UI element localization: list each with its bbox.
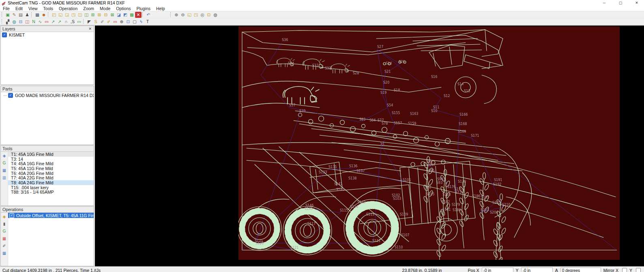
reload-drawing-icon[interactable]: ◱ xyxy=(57,12,64,18)
start-point-icon[interactable]: ▭ xyxy=(43,19,50,25)
layer-checkbox[interactable]: ✓ xyxy=(2,32,7,37)
edit-part-icon[interactable]: ▭ xyxy=(112,19,118,25)
select-mode-icon[interactable]: ◤ xyxy=(86,19,92,25)
tool-gcode-icon[interactable]: G xyxy=(1,160,7,166)
tools-panel-title: Tools xyxy=(2,146,13,151)
angle-input[interactable] xyxy=(560,268,601,272)
edit-points-icon[interactable]: ✐ xyxy=(105,19,112,25)
save-drawing-icon[interactable]: ◲ xyxy=(64,12,70,18)
insert-operation-icon[interactable]: ▮ xyxy=(1,221,7,227)
tool-table-edit-icon[interactable]: ▥ xyxy=(1,175,7,181)
contour-label: S192 xyxy=(493,183,501,186)
show-screen-icon[interactable]: ⊟ xyxy=(17,19,24,25)
toolbar-grip xyxy=(83,19,85,24)
zoom-material-icon[interactable]: ⊡ xyxy=(206,12,212,18)
tool-item[interactable]: T3: 14 xyxy=(8,157,94,162)
new-job-icon[interactable]: ▣ xyxy=(4,12,11,18)
zoom-window-icon[interactable]: ◎ xyxy=(199,12,206,18)
delete-operation-icon[interactable]: ▦ xyxy=(1,236,7,242)
set-origin-icon[interactable]: ⊕ xyxy=(118,19,125,25)
refresh-parts-icon[interactable]: ▩ xyxy=(129,12,135,18)
menu-zoom[interactable]: Zoom xyxy=(80,6,97,11)
zoom-part-icon[interactable]: ◱ xyxy=(186,12,193,18)
menu-view[interactable]: View xyxy=(26,6,41,11)
tool-item[interactable]: T15: .004 laser kery xyxy=(8,185,94,190)
mirror-y-checkbox[interactable] xyxy=(636,268,641,272)
select-start-icon[interactable]: S xyxy=(92,19,99,25)
menu-file[interactable]: File xyxy=(0,6,13,11)
add-text-icon[interactable]: T xyxy=(144,19,151,25)
layers-close-icon[interactable]: ✕ xyxy=(88,27,92,31)
edit-contour-icon[interactable]: ✐ xyxy=(99,19,105,25)
menu-tools[interactable]: Tools xyxy=(41,6,56,11)
lead-in-icon[interactable]: ,S xyxy=(69,19,76,25)
copy-outline-icon[interactable]: ◫ xyxy=(24,19,30,25)
close-button[interactable]: ✕ xyxy=(629,0,644,6)
menu-help[interactable]: Help xyxy=(153,6,168,11)
drawing-viewport[interactable]: S36S27S34S33S32S28S24S26S21S20S19S18S16S… xyxy=(95,26,644,266)
quick-measure-icon[interactable]: ϟ xyxy=(138,19,144,25)
export-drawing-icon[interactable]: ◳ xyxy=(70,12,77,18)
tool-item[interactable]: T8: 40A 24G Fine Mild xyxy=(8,180,94,185)
operation-checkbox[interactable]: ✓ xyxy=(9,213,14,218)
run-post-icon[interactable]: ◈ xyxy=(1,214,7,220)
minimize-button[interactable]: ─ xyxy=(597,0,612,6)
tool-item[interactable]: T4: 45A 16G Fine Mild xyxy=(8,161,94,166)
operation-table-icon[interactable]: ▦ xyxy=(1,250,7,256)
zoom-drawing-icon[interactable]: ◍ xyxy=(212,12,219,18)
tool-item[interactable]: T6: 40A 20G Fine Mild xyxy=(8,171,94,176)
zoom-in-icon[interactable]: ⊕ xyxy=(173,12,180,18)
job-options-icon[interactable]: ✎ xyxy=(11,12,17,18)
bridge-tool-icon[interactable]: ∩ xyxy=(63,19,69,25)
move-start-point-icon[interactable]: ↗ xyxy=(50,19,56,25)
snap-icon[interactable]: ▞ xyxy=(4,19,11,25)
add-part-icon[interactable]: ⊞ xyxy=(90,12,96,18)
calculator-icon[interactable]: ▦ xyxy=(34,12,41,18)
nest-parts-icon[interactable]: ◩ xyxy=(122,12,129,18)
part-item[interactable]: ✓ GOD MADE MISSOURI FARMER R14 DXF xyxy=(1,92,94,99)
edit-path-icon[interactable]: ✐ xyxy=(1,243,7,249)
mirror-x-checkbox[interactable] xyxy=(622,268,627,272)
undo-icon[interactable]: ↶ xyxy=(145,12,152,18)
menu-mode[interactable]: Mode xyxy=(97,6,113,11)
menu-options[interactable]: Options xyxy=(113,6,133,11)
zoom-all-parts-icon[interactable]: ◳ xyxy=(193,12,199,18)
pos-x-input[interactable] xyxy=(482,268,513,272)
view-sheet-icon[interactable]: ⊡ xyxy=(125,19,131,25)
menu-plugins[interactable]: Plugins xyxy=(134,6,153,11)
mirror-part-icon[interactable]: ⊠ xyxy=(109,12,116,18)
zoom-out-icon[interactable]: ⊖ xyxy=(180,12,186,18)
import-drawing-icon[interactable]: ◰ xyxy=(51,12,57,18)
print-icon[interactable]: ▤ xyxy=(17,12,24,18)
machine-options-icon[interactable]: ♟ xyxy=(24,12,30,18)
show-layers-icon[interactable]: ◍ xyxy=(11,19,17,25)
tool-table-icon[interactable]: ▦ xyxy=(1,168,7,173)
copy-part-icon[interactable]: ◫ xyxy=(77,12,83,18)
spline-mode-icon[interactable]: ∿ xyxy=(37,19,43,25)
operation-gcode-icon[interactable]: G xyxy=(1,229,7,234)
array-part-icon[interactable]: ⊞ xyxy=(96,12,103,18)
contour-label: S136 xyxy=(349,164,357,168)
tool-item[interactable]: T7: 40A 22G Fine Mild xyxy=(8,175,94,180)
material-plate[interactable]: S36S27S34S33S32S28S24S26S21S20S19S18S16S… xyxy=(238,26,620,260)
part-checkbox[interactable]: ✓ xyxy=(8,93,13,98)
polyline-mode-icon[interactable]: N xyxy=(30,19,37,25)
menu-operation[interactable]: Operation xyxy=(56,6,80,11)
pos-y-input[interactable] xyxy=(521,268,553,272)
rubber-band-icon[interactable]: ▢ xyxy=(131,19,138,25)
new-tool-icon[interactable]: ◈ xyxy=(1,153,7,159)
operator-icon[interactable]: ☻ xyxy=(41,12,47,18)
tool-item[interactable]: T88: 3/16 - 1/4 65AMP xyxy=(8,190,94,195)
move-part-icon[interactable]: ◪ xyxy=(116,12,122,18)
menu-edit[interactable]: Edit xyxy=(13,6,26,11)
cut-direction-icon[interactable]: ↗ xyxy=(56,19,63,25)
duplicate-part-icon[interactable]: ◫ xyxy=(83,12,90,18)
delete-part-icon[interactable]: ✕ xyxy=(135,12,142,18)
operation-item[interactable]: ✓ Outside Offset, KISMET, T5: 45A 11G Fi… xyxy=(8,213,94,218)
contour-tool-icon[interactable]: ▭ xyxy=(76,19,82,25)
rotate-part-icon[interactable]: ⊟ xyxy=(103,12,109,18)
maximize-button[interactable]: ▢ xyxy=(613,0,628,6)
tool-item[interactable]: T5: 45A 11G Fine Mild xyxy=(8,166,94,171)
tool-item[interactable]: T1: 45A 10G Fine Mild xyxy=(8,152,94,157)
layer-item[interactable]: ✓ KISMET xyxy=(1,32,94,38)
